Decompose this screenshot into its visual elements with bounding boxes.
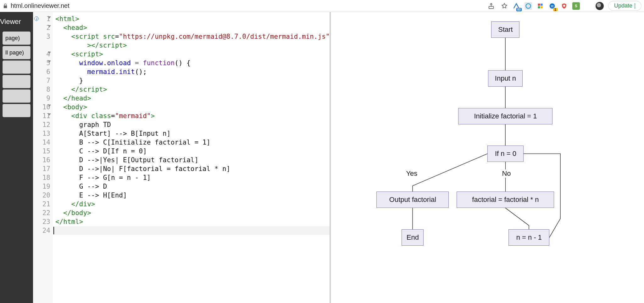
- editor-cursor: [53, 227, 54, 234]
- fold-icon[interactable]: [48, 52, 51, 54]
- sidebar-button-4[interactable]: [3, 89, 31, 103]
- code-line[interactable]: <html>: [55, 14, 330, 23]
- code-line[interactable]: G --> D: [55, 182, 330, 191]
- code-line[interactable]: <body>: [55, 103, 330, 111]
- sidebar-title: Viewer: [0, 18, 33, 30]
- code-line[interactable]: <script src="https://unpkg.com/mermaid@8…: [55, 32, 330, 41]
- svg-rect-5: [541, 6, 543, 8]
- code-line[interactable]: <div class="mermaid">: [55, 111, 330, 120]
- svg-rect-4: [538, 6, 540, 8]
- sidebar-button-1[interactable]: ll page): [3, 46, 31, 59]
- extension-ext-a[interactable]: 80: [513, 2, 520, 10]
- svg-rect-2: [538, 3, 540, 6]
- update-button-label: Update: [614, 3, 632, 9]
- code-line[interactable]: <head>: [55, 23, 330, 32]
- extension-ext-opera[interactable]: [525, 2, 532, 10]
- gutter-row: 4: [33, 50, 50, 59]
- bookmark-star-icon[interactable]: [501, 2, 508, 10]
- gutter-row: 19: [33, 182, 50, 191]
- gutter-row: 15: [33, 147, 50, 156]
- code-editor[interactable]: 1i23456789101112131415161718192021222324…: [33, 12, 331, 303]
- gutter-row: 13: [33, 129, 50, 138]
- code-line[interactable]: mermaid.init();: [55, 67, 330, 76]
- update-button[interactable]: Update: [608, 1, 641, 11]
- sidebar-button-0[interactable]: page): [3, 31, 31, 45]
- sidebar-button-3[interactable]: [3, 75, 31, 88]
- gutter-row: 9: [33, 94, 50, 103]
- profile-avatar[interactable]: [596, 2, 604, 10]
- gutter-row: 7: [33, 76, 50, 85]
- svg-text:π: π: [551, 4, 553, 8]
- preview-pane: StartInput nInitialize factorial = 1If n…: [331, 12, 644, 303]
- browser-toolbar: html.onlineviewer.net 80π1S Update: [0, 0, 644, 12]
- editor-code-area[interactable]: <html> <head> <script src="https://unpkg…: [53, 12, 330, 303]
- code-line[interactable]: window.onload = function() {: [55, 59, 330, 67]
- fold-icon[interactable]: [48, 60, 51, 63]
- svg-rect-3: [541, 3, 543, 6]
- address-bar-text[interactable]: html.onlineviewer.net: [11, 2, 69, 9]
- code-line[interactable]: D -->|No| F[factorial = factorial * n]: [55, 164, 330, 173]
- gutter-row: 3: [33, 32, 50, 41]
- gutter-row: 18: [33, 173, 50, 182]
- flowchart-node-F: factorial = factorial * n: [457, 192, 554, 208]
- extension-badge: 1: [553, 8, 558, 11]
- code-line[interactable]: }: [55, 76, 330, 85]
- update-menu-icon: [634, 3, 636, 9]
- extension-ext-pi[interactable]: π1: [548, 2, 556, 10]
- svg-point-8: [563, 4, 565, 7]
- code-line[interactable]: D -->|Yes| E[Output factorial]: [55, 156, 330, 164]
- code-line[interactable]: B --> C[Initialize factorial = 1]: [55, 138, 330, 147]
- fold-icon[interactable]: [48, 16, 51, 19]
- flowchart-node-D: If n = 0: [487, 146, 524, 162]
- gutter-row: 21: [33, 200, 50, 209]
- info-icon[interactable]: i: [34, 16, 39, 21]
- extension-ext-s[interactable]: S: [572, 2, 580, 10]
- gutter-row: 6: [33, 67, 50, 76]
- extension-ext-gcal[interactable]: [536, 2, 544, 10]
- code-line[interactable]: F --> G[n = n - 1]: [55, 173, 330, 182]
- sidebar-button-5[interactable]: [3, 104, 31, 117]
- gutter-row: 16: [33, 156, 50, 164]
- gutter-row: 22: [33, 209, 50, 217]
- gutter-row: [33, 41, 50, 50]
- code-line[interactable]: [55, 226, 330, 235]
- extension-ext-ublock[interactable]: [560, 2, 568, 10]
- gutter-row: 23: [33, 217, 50, 226]
- code-line[interactable]: graph TD: [55, 120, 330, 129]
- fold-icon[interactable]: [48, 105, 51, 107]
- code-line[interactable]: </div>: [55, 200, 330, 209]
- gutter-row: 2: [33, 23, 50, 32]
- code-line[interactable]: A[Start] --> B[Input n]: [55, 129, 330, 138]
- gutter-row: 12: [33, 120, 50, 129]
- flowchart-node-B: Input n: [488, 70, 523, 87]
- flowchart-node-A: Start: [491, 21, 519, 38]
- code-line[interactable]: </head>: [55, 94, 330, 103]
- left-sidebar: Viewer page)ll page): [0, 12, 33, 303]
- gutter-row: 20: [33, 191, 50, 200]
- gutter-row: 17: [33, 164, 50, 173]
- code-line[interactable]: </html>: [55, 217, 330, 226]
- gutter-row: 1i: [33, 14, 50, 23]
- code-line[interactable]: </body>: [55, 209, 330, 217]
- flowchart-node-C: Initialize factorial = 1: [458, 108, 552, 124]
- code-line[interactable]: ></script>: [55, 41, 330, 50]
- code-line[interactable]: <script>: [55, 50, 330, 59]
- share-icon[interactable]: [487, 2, 495, 10]
- lock-icon: [3, 3, 8, 9]
- flowchart-node-G: n = n - 1: [508, 229, 549, 246]
- gutter-row: 11: [33, 111, 50, 120]
- flowchart-edge-label: Yes: [405, 169, 419, 178]
- svg-point-11: [634, 3, 635, 4]
- fold-icon[interactable]: [48, 113, 51, 116]
- gutter-row: 10: [33, 103, 50, 111]
- code-line[interactable]: C --> D[If n = 0]: [55, 147, 330, 156]
- gutter-row: 8: [33, 85, 50, 94]
- svg-point-12: [634, 5, 635, 6]
- code-line[interactable]: E --> H[End]: [55, 191, 330, 200]
- code-line[interactable]: </script>: [55, 85, 330, 94]
- fold-icon[interactable]: [48, 25, 51, 27]
- svg-point-1: [526, 3, 530, 8]
- gutter-row: 24: [33, 226, 50, 235]
- flowchart-node-H: End: [402, 229, 424, 246]
- sidebar-button-2[interactable]: [3, 60, 31, 74]
